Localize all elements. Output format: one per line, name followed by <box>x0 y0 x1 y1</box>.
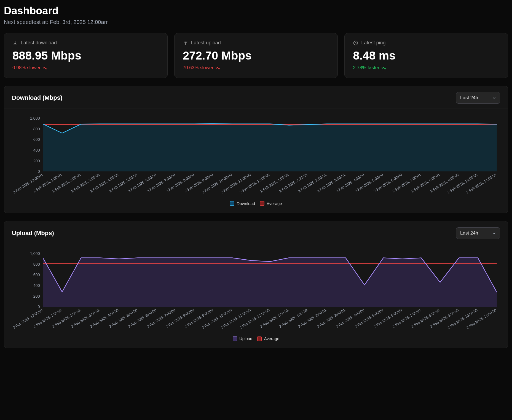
svg-text:2 Feb 2025, 12:00:01: 2 Feb 2025, 12:00:01 <box>12 308 44 330</box>
upload-chart-panel: Upload (Mbps) Last 24h 02004006008001,00… <box>4 221 508 349</box>
chart-title: Download (Mbps) <box>12 94 62 101</box>
time-range-select[interactable]: Last 24h <box>456 92 500 104</box>
trend-down-icon <box>42 66 47 70</box>
stat-card-delta: 2.78% faster <box>353 65 500 71</box>
range-select-label: Last 24h <box>460 230 478 236</box>
stat-card-label: Latest upload <box>191 40 221 46</box>
legend-swatch-average <box>257 336 262 341</box>
legend-item: Average <box>260 201 282 206</box>
download-chart-panel: Download (Mbps) Last 24h 02004006008001,… <box>4 86 508 213</box>
trend-down-icon <box>381 66 386 70</box>
upload-icon <box>183 40 188 46</box>
legend-item: Average <box>257 336 279 341</box>
chart-title: Upload (Mbps) <box>12 230 54 237</box>
legend-swatch-upload <box>233 336 237 341</box>
download-chart: 02004006008001,0002 Feb 2025, 12:00:012 … <box>12 115 500 200</box>
svg-text:400: 400 <box>33 148 40 152</box>
chevron-down-icon <box>492 231 496 235</box>
upload-chart: 02004006008001,0002 Feb 2025, 12:00:012 … <box>12 251 500 335</box>
svg-text:0: 0 <box>38 169 40 174</box>
page-title: Dashboard <box>4 5 508 17</box>
stat-card-label: Latest download <box>21 40 57 46</box>
svg-text:200: 200 <box>33 159 40 163</box>
svg-text:1,000: 1,000 <box>30 116 40 120</box>
stat-card-delta: 0.98% slower <box>12 65 159 71</box>
svg-text:600: 600 <box>33 137 40 142</box>
svg-text:800: 800 <box>33 262 40 266</box>
stat-card-ping: Latest ping 8.48 ms 2.78% faster <box>344 33 508 78</box>
stat-card-label: Latest ping <box>361 40 385 46</box>
chart-legend: Download Average <box>12 201 500 206</box>
svg-text:400: 400 <box>33 283 40 288</box>
clock-icon <box>353 40 358 46</box>
stat-card-value: 8.48 ms <box>353 49 500 62</box>
stats-row: Latest download 888.95 Mbps 0.98% slower… <box>4 33 508 78</box>
svg-text:600: 600 <box>33 273 40 277</box>
stat-card-download: Latest download 888.95 Mbps 0.98% slower <box>4 33 168 78</box>
chevron-down-icon <box>492 96 496 100</box>
chart-legend: Upload Average <box>12 336 500 341</box>
legend-item: Download <box>230 201 255 206</box>
svg-text:2 Feb 2025, 12:00:01: 2 Feb 2025, 12:00:01 <box>12 173 44 194</box>
range-select-label: Last 24h <box>460 95 478 101</box>
svg-text:0: 0 <box>38 305 40 309</box>
time-range-select[interactable]: Last 24h <box>456 227 500 239</box>
stat-card-upload: Latest upload 272.70 Mbps 70.63% slower <box>174 33 338 78</box>
download-icon <box>12 40 18 46</box>
stat-card-delta: 70.63% slower <box>183 65 329 71</box>
svg-text:800: 800 <box>33 127 40 131</box>
next-speedtest-label: Next speedtest at: Feb. 3rd, 2025 12:00a… <box>4 19 508 25</box>
svg-text:1,000: 1,000 <box>30 251 40 256</box>
legend-swatch-average <box>260 201 264 206</box>
svg-text:200: 200 <box>33 294 40 298</box>
trend-down-icon <box>215 66 220 70</box>
legend-item: Upload <box>233 336 253 341</box>
legend-swatch-download <box>230 201 234 206</box>
stat-card-value: 272.70 Mbps <box>183 49 329 62</box>
stat-card-value: 888.95 Mbps <box>12 49 159 62</box>
